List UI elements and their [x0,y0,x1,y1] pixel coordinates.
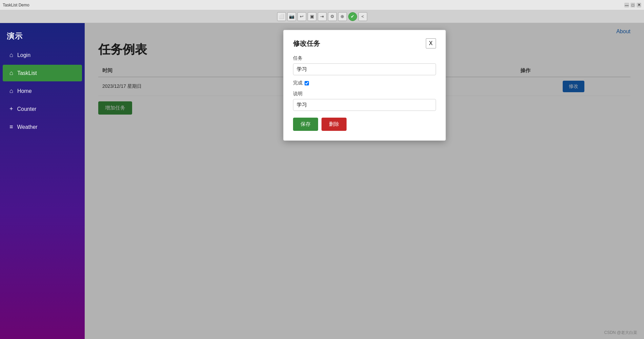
desc-field-label: 说明 [293,91,436,97]
main-content: About 任务例表 时间 说明 操作 2023/12/17 星期日 学习 [85,23,644,339]
complete-label: 完成 [293,80,303,86]
toolbar-btn-5[interactable]: ⇥ [318,12,327,21]
complete-row: 完成 [293,80,436,86]
modal-header: 修改任务 X [293,38,436,48]
modal-dialog: 修改任务 X 任务 完成 说明 保存 删除 [283,30,446,141]
title-bar-text: TaskList Demo [3,3,29,7]
sidebar-item-counter[interactable]: + Counter [3,101,82,117]
toolbar-btn-1[interactable]: ⬜ [277,12,286,21]
modal-title: 修改任务 [293,39,320,48]
home2-icon: ⌂ [9,87,13,95]
toolbar-btn-back[interactable]: < [358,12,367,21]
app-container: 演示 ⌂ Login ⌂ TaskList ⌂ Home + Counter ≡… [0,23,644,339]
sidebar-item-home[interactable]: ⌂ Home [3,83,82,99]
maximize-button[interactable]: □ [630,3,635,7]
sidebar-item-label: Counter [17,106,37,112]
toolbar-btn-6[interactable]: ⚙ [328,12,337,21]
title-bar-controls: — □ ✕ [624,3,641,7]
desc-input[interactable] [293,99,436,111]
minimize-button[interactable]: — [624,3,629,7]
modal-close-button[interactable]: X [426,38,436,48]
task-input[interactable] [293,63,436,75]
complete-checkbox[interactable] [305,81,309,85]
delete-button[interactable]: 删除 [321,118,347,131]
plus-icon: + [9,105,13,113]
weather-icon: ≡ [9,123,13,131]
close-window-button[interactable]: ✕ [637,3,641,7]
sidebar-item-weather[interactable]: ≡ Weather [3,119,82,135]
sidebar-item-label: TaskList [17,70,37,76]
task-field-label: 任务 [293,55,436,61]
save-button[interactable]: 保存 [293,118,318,131]
sidebar-item-tasklist[interactable]: ⌂ TaskList [3,65,82,81]
sidebar-item-label: Weather [17,124,38,130]
home-icon: ⌂ [9,52,13,59]
sidebar: 演示 ⌂ Login ⌂ TaskList ⌂ Home + Counter ≡… [0,23,85,339]
toolbar-btn-2[interactable]: 📷 [287,12,296,21]
modal-actions: 保存 删除 [293,118,436,131]
sidebar-item-label: Home [17,88,32,94]
tasklist-icon: ⌂ [9,69,13,77]
title-bar: TaskList Demo — □ ✕ [0,0,644,10]
toolbar-btn-7[interactable]: ⊕ [338,12,347,21]
sidebar-logo: 演示 [0,26,85,46]
toolbar-btn-4[interactable]: ▣ [308,12,316,21]
toolbar: ⬜ 📷 ↩ ▣ ⇥ ⚙ ⊕ ✔ < [0,10,644,23]
modal-overlay: 修改任务 X 任务 完成 说明 保存 删除 [85,23,644,339]
toolbar-btn-check[interactable]: ✔ [348,12,357,21]
toolbar-btn-3[interactable]: ↩ [297,12,306,21]
sidebar-item-login[interactable]: ⌂ Login [3,47,82,63]
sidebar-item-label: Login [17,52,30,58]
